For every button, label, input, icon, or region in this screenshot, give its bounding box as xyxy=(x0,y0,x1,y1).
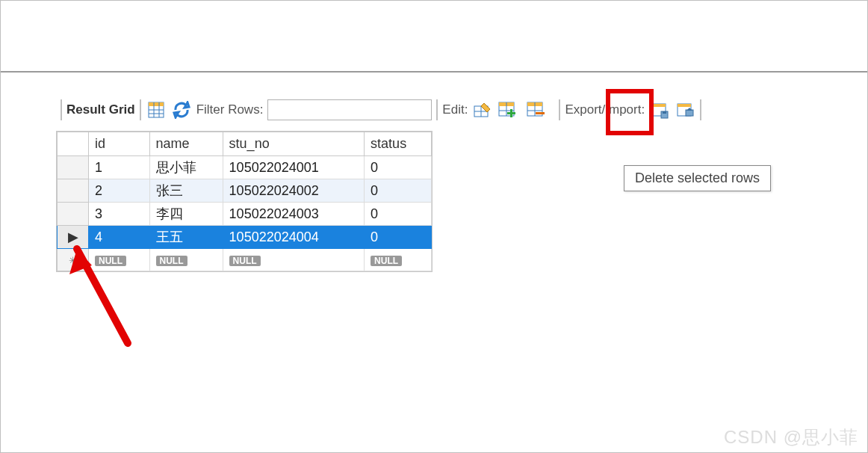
refresh-icon[interactable] xyxy=(171,99,192,120)
cell-null[interactable]: NULL xyxy=(89,249,150,271)
col-name[interactable]: name xyxy=(149,132,223,156)
table-row[interactable]: 1思小菲1050220240010 xyxy=(58,156,432,179)
separator xyxy=(700,99,701,120)
table-header-row: id name stu_no status xyxy=(58,132,432,156)
table-row[interactable]: ▶4王五1050220240040 xyxy=(58,226,432,249)
insert-row-icon[interactable] xyxy=(497,99,518,120)
null-badge: NULL xyxy=(371,256,402,266)
null-badge: NULL xyxy=(95,256,126,266)
cell-stu_no[interactable]: 105022024001 xyxy=(223,156,365,179)
cell-name[interactable]: 张三 xyxy=(149,179,223,203)
separator xyxy=(61,99,62,120)
cell-status[interactable]: 0 xyxy=(365,156,432,179)
cell-name[interactable]: 李四 xyxy=(149,203,223,226)
tooltip-text: Delete selected rows xyxy=(635,170,760,185)
import-icon[interactable] xyxy=(675,99,695,120)
filter-rows-label: Filter Rows: xyxy=(196,102,264,117)
cell-id[interactable]: 4 xyxy=(89,226,150,249)
current-row-indicator-icon: ▶ xyxy=(68,229,78,244)
svg-rect-1 xyxy=(149,102,164,106)
separator xyxy=(436,99,438,120)
row-gutter[interactable] xyxy=(58,156,89,179)
export-icon[interactable] xyxy=(649,99,670,120)
row-gutter[interactable]: ✳ xyxy=(58,249,89,271)
cell-name[interactable]: 思小菲 xyxy=(149,156,223,179)
export-import-label: Export/Import: xyxy=(565,102,645,117)
cell-status[interactable]: 0 xyxy=(365,203,432,226)
separator xyxy=(140,99,141,120)
cell-id[interactable]: 1 xyxy=(89,156,150,179)
app-frame: Result Grid Filter Rows: Edit: xyxy=(0,0,868,453)
col-status[interactable]: status xyxy=(365,132,432,156)
cell-status[interactable]: 0 xyxy=(365,179,432,203)
grid-view-icon[interactable] xyxy=(146,99,167,120)
gutter-header xyxy=(58,132,89,156)
col-id[interactable]: id xyxy=(89,132,150,156)
cell-stu_no[interactable]: 105022024004 xyxy=(223,226,365,249)
table-row-new[interactable]: ✳NULLNULLNULLNULL xyxy=(58,249,432,271)
edit-row-icon[interactable] xyxy=(472,99,493,120)
row-gutter[interactable] xyxy=(58,179,89,203)
svg-rect-25 xyxy=(678,104,691,107)
svg-rect-19 xyxy=(536,112,545,114)
row-gutter[interactable] xyxy=(58,203,89,226)
watermark: CSDN @思小菲 xyxy=(724,425,858,449)
null-badge: NULL xyxy=(156,256,187,266)
new-row-indicator-icon: ✳ xyxy=(69,255,77,266)
cell-status[interactable]: 0 xyxy=(365,226,432,249)
delete-rows-tooltip: Delete selected rows xyxy=(624,165,771,191)
svg-rect-21 xyxy=(652,104,666,107)
cell-null[interactable]: NULL xyxy=(149,249,223,271)
null-badge: NULL xyxy=(229,256,261,266)
cell-stu_no[interactable]: 105022024002 xyxy=(223,179,365,203)
cell-name[interactable]: 王五 xyxy=(149,226,223,249)
svg-rect-23 xyxy=(663,111,666,114)
separator xyxy=(559,99,560,120)
query-area-placeholder xyxy=(1,1,867,73)
cell-id[interactable]: 2 xyxy=(89,179,150,203)
row-gutter[interactable]: ▶ xyxy=(58,226,89,249)
cell-null[interactable]: NULL xyxy=(223,249,365,271)
cell-null[interactable]: NULL xyxy=(365,249,432,271)
svg-rect-26 xyxy=(686,110,693,116)
filter-rows-input[interactable] xyxy=(267,99,432,120)
delete-row-icon[interactable] xyxy=(526,99,547,120)
col-stu-no[interactable]: stu_no xyxy=(223,132,365,156)
result-grid[interactable]: id name stu_no status 1思小菲10502202400102… xyxy=(56,131,433,272)
svg-rect-14 xyxy=(507,112,515,114)
table-row[interactable]: 3李四1050220240030 xyxy=(58,203,432,226)
table-row[interactable]: 2张三1050220240020 xyxy=(58,179,432,203)
result-grid-label: Result Grid xyxy=(66,102,135,117)
cell-id[interactable]: 3 xyxy=(89,203,150,226)
edit-label: Edit: xyxy=(442,102,468,117)
cell-stu_no[interactable]: 105022024003 xyxy=(223,203,365,226)
result-toolbar: Result Grid Filter Rows: Edit: xyxy=(56,93,867,126)
